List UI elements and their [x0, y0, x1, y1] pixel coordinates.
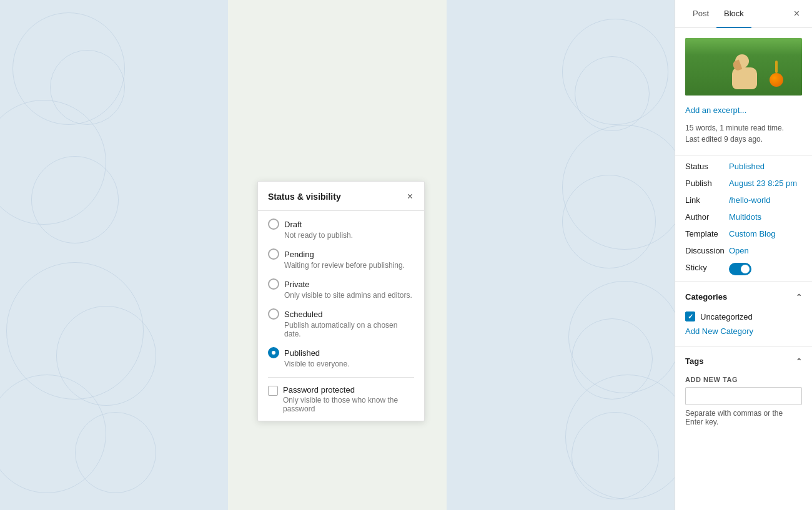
author-value[interactable]: Multidots: [729, 212, 761, 222]
discussion-label: Discussion: [685, 246, 729, 255]
popup-close-button[interactable]: ×: [406, 190, 414, 203]
radio-option-private: Private Only visible to site admins and …: [268, 278, 414, 300]
radio-option-published: Published Visible to everyone.: [268, 347, 414, 368]
private-title: Private: [284, 280, 309, 289]
featured-image[interactable]: [685, 38, 802, 96]
radio-option-scheduled: Scheduled Publish automatically on a cho…: [268, 308, 414, 338]
link-label: Link: [685, 195, 729, 205]
pending-title: Pending: [284, 250, 314, 259]
publish-value[interactable]: August 23 8:25 pm: [729, 179, 797, 188]
template-value[interactable]: Custom Blog: [729, 229, 775, 238]
post-meta-text: 15 words, 1 minute read time. Last edite…: [685, 122, 802, 145]
toggle-slider: [729, 263, 751, 275]
post-sidebar: Post Block × Add an excerpt... 15 words,…: [675, 0, 812, 510]
bg-circle: [575, 56, 650, 131]
status-label: Status: [685, 162, 729, 171]
publish-row: Publish August 23 8:25 pm: [675, 175, 812, 192]
sticky-row: Sticky: [675, 259, 812, 279]
published-desc: Visible to everyone.: [284, 360, 414, 368]
sidebar-close-button[interactable]: ×: [791, 6, 802, 21]
chevron-up-icon-tags: ⌃: [796, 357, 802, 366]
scheduled-radio: [268, 308, 279, 320]
bg-circle: [31, 156, 119, 243]
bg-circle: [572, 412, 659, 499]
add-excerpt-link[interactable]: Add an excerpt...: [685, 105, 802, 115]
sticky-label: Sticky: [685, 263, 729, 272]
popup-body: Draft Not ready to publish. Pending Wait…: [258, 211, 424, 421]
template-row: Template Custom Blog: [675, 225, 812, 242]
link-value[interactable]: /hello-world: [729, 195, 770, 205]
draft-label[interactable]: Draft: [268, 218, 414, 230]
publish-label: Publish: [685, 179, 729, 188]
popup-header: Status & visibility ×: [258, 182, 424, 211]
discussion-value[interactable]: Open: [729, 246, 749, 255]
categories-section-header[interactable]: Categories ⌃: [675, 285, 812, 309]
password-content: Password protected Only visible to those…: [283, 385, 414, 413]
tag-input[interactable]: [685, 387, 802, 405]
author-label: Author: [685, 212, 729, 222]
tab-group: Post Block: [685, 0, 751, 27]
add-category-link[interactable]: Add New Category: [685, 326, 802, 336]
discussion-row: Discussion Open: [675, 242, 812, 259]
radio-option-pending: Pending Waiting for review before publis…: [268, 248, 414, 270]
divider-3: [675, 346, 812, 346]
bg-circle: [562, 175, 656, 268]
radio-option-draft: Draft Not ready to publish.: [268, 218, 414, 240]
tag-hint: Separate with commas or the Enter key.: [685, 409, 802, 426]
private-label[interactable]: Private: [268, 278, 414, 290]
link-row: Link /hello-world: [675, 192, 812, 208]
category-checkbox[interactable]: [685, 311, 695, 321]
chevron-up-icon: ⌃: [796, 293, 802, 302]
dog-scene: [685, 38, 802, 96]
private-desc: Only visible to site admins and editors.: [284, 291, 414, 300]
categories-content: Uncategorized Add New Category: [675, 309, 812, 343]
tags-content: ADD NEW TAG Separate with commas or the …: [675, 373, 812, 434]
divider-2: [675, 282, 812, 282]
tags-label: Tags: [685, 356, 703, 366]
sidebar-tab-bar: Post Block ×: [675, 0, 812, 28]
tab-block[interactable]: Block: [716, 0, 751, 28]
dog-body: [732, 67, 757, 89]
password-title: Password protected: [283, 385, 414, 395]
tags-section-header[interactable]: Tags ⌃: [675, 349, 812, 373]
word-count-text: 15 words, 1 minute read time.: [685, 122, 802, 134]
draft-title: Draft: [284, 220, 302, 229]
ball: [770, 73, 783, 87]
popup-divider: [268, 377, 414, 378]
scheduled-title: Scheduled: [284, 310, 322, 319]
status-row: Status Published: [675, 158, 812, 175]
category-item: Uncategorized: [685, 311, 802, 321]
password-checkbox[interactable]: [268, 386, 278, 396]
scheduled-desc: Publish automatically on a chosen date.: [284, 321, 414, 338]
pending-radio: [268, 248, 279, 260]
password-row: Password protected Only visible to those…: [268, 385, 414, 413]
published-radio: [268, 347, 279, 358]
ball-stick: [775, 61, 778, 73]
divider: [675, 155, 812, 155]
status-visibility-popup: Status & visibility × Draft Not ready to…: [257, 181, 425, 421]
tab-post[interactable]: Post: [685, 0, 716, 28]
template-label: Template: [685, 229, 729, 238]
category-label: Uncategorized: [700, 312, 753, 321]
sticky-toggle[interactable]: [729, 263, 751, 275]
pending-desc: Waiting for review before publishing.: [284, 261, 414, 270]
bg-circle: [75, 412, 156, 493]
published-label[interactable]: Published: [268, 347, 414, 358]
last-edited-text: Last edited 9 days ago.: [685, 134, 802, 145]
pending-label[interactable]: Pending: [268, 248, 414, 260]
draft-desc: Not ready to publish.: [284, 231, 414, 240]
author-row: Author Multidots: [675, 208, 812, 225]
draft-radio: [268, 218, 279, 230]
status-value[interactable]: Published: [729, 162, 765, 171]
categories-label: Categories: [685, 292, 727, 302]
password-desc: Only visible to those who know the passw…: [283, 396, 414, 413]
scheduled-label[interactable]: Scheduled: [268, 308, 414, 320]
private-radio: [268, 278, 279, 290]
published-title: Published: [284, 348, 320, 358]
add-new-tag-label: ADD NEW TAG: [685, 376, 802, 383]
popup-title: Status & visibility: [268, 192, 341, 202]
